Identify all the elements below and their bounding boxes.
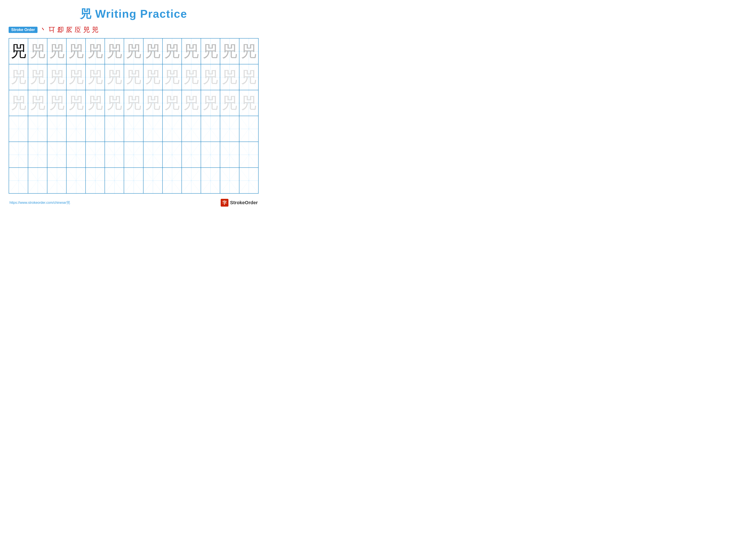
svg-line-109 [47, 142, 66, 167]
grid-cell-r6c8[interactable] [143, 167, 162, 193]
grid-cell-r2c11[interactable]: 兕 [201, 64, 220, 90]
grid-cell-r1c7[interactable]: 兕 [124, 38, 143, 64]
grid-cell-r1c13[interactable]: 兕 [239, 38, 258, 64]
grid-cell-r4c8[interactable] [143, 116, 162, 142]
grid-cell-r3c6[interactable]: 兕 [105, 90, 124, 116]
grid-cell-r6c4[interactable] [67, 167, 86, 193]
char-r3c8: 兕 [145, 95, 161, 111]
grid-cell-r6c1[interactable] [9, 167, 28, 193]
strokeorder-logo-icon: 字 [221, 199, 229, 207]
grid-cell-r4c2[interactable] [28, 116, 47, 142]
svg-line-130 [9, 168, 28, 193]
grid-cell-r2c5[interactable]: 兕 [86, 64, 105, 90]
svg-line-149 [182, 168, 201, 193]
svg-line-101 [220, 116, 239, 141]
grid-cell-r3c9[interactable]: 兕 [162, 90, 182, 116]
grid-cell-r3c3[interactable]: 兕 [47, 90, 67, 116]
grid-cell-r5c1[interactable] [9, 142, 28, 167]
char-r3c12: 兕 [222, 95, 237, 111]
grid-cell-r4c10[interactable] [182, 116, 201, 142]
grid-cell-r5c9[interactable] [162, 142, 182, 167]
grid-cell-r5c6[interactable] [105, 142, 124, 167]
grid-cell-r4c7[interactable] [124, 116, 143, 142]
grid-cell-r2c12[interactable]: 兕 [220, 64, 239, 90]
svg-line-104 [9, 142, 28, 167]
grid-cell-r4c1[interactable] [9, 116, 28, 142]
grid-cell-r6c11[interactable] [201, 167, 220, 193]
grid-cell-r1c9[interactable]: 兕 [162, 38, 182, 64]
char-r3c13: 兕 [241, 95, 256, 111]
svg-line-131 [9, 168, 28, 193]
grid-cell-r5c13[interactable] [239, 142, 258, 167]
char-r1c4: 兕 [68, 43, 84, 59]
grid-cell-r2c9[interactable]: 兕 [162, 64, 182, 90]
svg-line-117 [124, 142, 143, 167]
grid-cell-r4c5[interactable] [86, 116, 105, 142]
grid-cell-r5c11[interactable] [201, 142, 220, 167]
grid-cell-r4c6[interactable] [105, 116, 124, 142]
grid-cell-r3c4[interactable]: 兕 [67, 90, 86, 116]
grid-cell-r4c13[interactable] [239, 116, 258, 142]
svg-line-95 [163, 116, 181, 141]
grid-cell-r1c8[interactable]: 兕 [143, 38, 162, 64]
grid-cell-r2c4[interactable]: 兕 [67, 64, 86, 90]
grid-cell-r4c12[interactable] [220, 116, 239, 142]
grid-cell-r5c2[interactable] [28, 142, 47, 167]
grid-cell-r2c8[interactable]: 兕 [143, 64, 162, 90]
grid-cell-r3c5[interactable]: 兕 [86, 90, 105, 116]
grid-cell-r2c7[interactable]: 兕 [124, 64, 143, 90]
grid-cell-r4c9[interactable] [162, 116, 182, 142]
grid-cell-r2c3[interactable]: 兕 [47, 64, 67, 90]
grid-cell-r2c13[interactable]: 兕 [239, 64, 258, 90]
footer-url-link[interactable]: https://www.strokeorder.com/chinese/兕 [10, 201, 70, 205]
grid-cell-r5c5[interactable] [86, 142, 105, 167]
grid-cell-r2c1[interactable]: 兕 [9, 64, 28, 90]
grid-cell-r6c6[interactable] [105, 167, 124, 193]
grid-cell-r4c11[interactable] [201, 116, 220, 142]
char-r2c8: 兕 [145, 69, 161, 85]
grid-cell-r3c12[interactable]: 兕 [220, 90, 239, 116]
grid-cell-r5c10[interactable] [182, 142, 201, 167]
grid-cell-r6c12[interactable] [220, 167, 239, 193]
svg-line-127 [220, 142, 239, 167]
grid-cell-r3c8[interactable]: 兕 [143, 90, 162, 116]
stroke-5: 㕇 [74, 25, 81, 34]
grid-cell-r1c11[interactable]: 兕 [201, 38, 220, 64]
grid-cell-r6c13[interactable] [239, 167, 258, 193]
grid-cell-r1c6[interactable]: 兕 [105, 38, 124, 64]
grid-cell-r5c12[interactable] [220, 142, 239, 167]
grid-cell-r1c5[interactable]: 兕 [86, 38, 105, 64]
grid-cell-r1c2[interactable]: 兕 [28, 38, 47, 64]
grid-cell-r6c10[interactable] [182, 167, 201, 193]
grid-cell-r6c3[interactable] [47, 167, 67, 193]
svg-line-114 [105, 142, 124, 167]
grid-cell-r2c2[interactable]: 兕 [28, 64, 47, 90]
grid-cell-r1c10[interactable]: 兕 [182, 38, 201, 64]
grid-cell-r3c1[interactable]: 兕 [9, 90, 28, 116]
grid-cell-r5c8[interactable] [143, 142, 162, 167]
grid-cell-r4c3[interactable] [47, 116, 67, 142]
grid-cell-r3c7[interactable]: 兕 [124, 90, 143, 116]
svg-line-85 [67, 116, 85, 141]
grid-cell-r6c5[interactable] [86, 167, 105, 193]
grid-cell-r2c10[interactable]: 兕 [182, 64, 201, 90]
grid-cell-r5c4[interactable] [67, 142, 86, 167]
svg-line-99 [201, 116, 220, 141]
grid-cell-r3c11[interactable]: 兕 [201, 90, 220, 116]
grid-cell-r6c2[interactable] [28, 167, 47, 193]
grid-cell-r3c10[interactable]: 兕 [182, 90, 201, 116]
grid-cell-r4c4[interactable] [67, 116, 86, 142]
grid-cell-r3c2[interactable]: 兕 [28, 90, 47, 116]
grid-cell-r6c7[interactable] [124, 167, 143, 193]
grid-cell-r3c13[interactable]: 兕 [239, 90, 258, 116]
grid-cell-r6c9[interactable] [162, 167, 182, 193]
grid-cell-r1c1[interactable]: 兕 [9, 38, 28, 64]
grid-cell-r5c7[interactable] [124, 142, 143, 167]
grid-cell-r5c3[interactable] [47, 142, 67, 167]
char-r2c4: 兕 [68, 69, 84, 85]
grid-cell-r1c3[interactable]: 兕 [47, 38, 67, 64]
grid-cell-r2c6[interactable]: 兕 [105, 64, 124, 90]
grid-cell-r1c12[interactable]: 兕 [220, 38, 239, 64]
grid-cell-r1c4[interactable]: 兕 [67, 38, 86, 64]
svg-line-142 [124, 168, 143, 193]
